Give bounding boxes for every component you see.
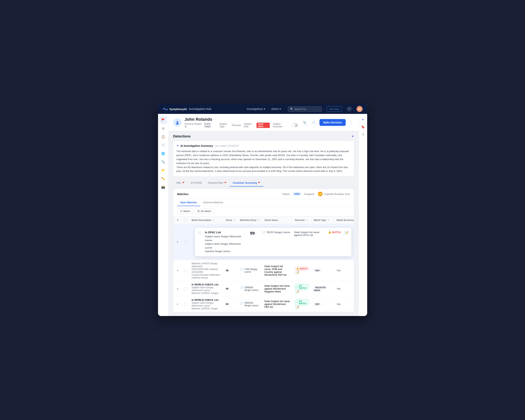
notes-icon-row2[interactable]: 📝 [295,271,299,274]
row2-expand-button[interactable]: ▾ [176,269,179,272]
search-bar[interactable]: 🔍 Search for... [288,106,322,112]
get-next-button[interactable]: Get Next [327,106,342,112]
row3-score-cell: 95 [224,281,238,296]
desc-filter-icon[interactable]: ▼ [213,219,215,221]
make-decision-button[interactable]: Make Decision [319,119,346,126]
select-all-checkbox[interactable] [184,219,187,222]
expanded-card-row1: 📄 In OFAC List Subject name Sergey Vikto… [195,228,352,256]
row4-expand-button[interactable]: ▾ [176,302,179,306]
expanded-desc: In OFAC List Subject name Sergey Viktoro… [205,231,243,253]
subject-type: Subject Type: Personal [219,123,241,128]
col-type-header[interactable]: Match Type ▼ [311,216,334,224]
row3-watchlist-cell: 📄 2090645 Sergei Lavrov [238,281,262,296]
sub-tab-historical[interactable]: Historical Matches [200,199,226,206]
outcome-filter-icon[interactable]: ▼ [306,219,308,221]
matches-table: ▾ Match Description ▼ [173,216,354,312]
row3-outcome-badge: ✓ NO MATCH [295,284,309,290]
row3-checkbox[interactable] [184,287,187,290]
row1-expand-button[interactable]: ▾ [176,240,179,244]
col-outcome-header[interactable]: Outcome ▼ [292,216,311,224]
sidebar-item-grid[interactable]: ⊞ [159,124,167,132]
subject-header: John Rolands Personal Subject ID: CUST-T… [169,114,359,131]
no-match-button[interactable]: ☒ No Match [195,208,214,214]
sidebar-item-list[interactable]: 📋 [159,133,167,140]
col-watchlist-header[interactable]: Watchlist Entry ▼ [238,216,262,224]
row4-checkbox[interactable] [184,303,187,306]
sidebar-item-folder[interactable]: 📁 [159,166,167,174]
help-icon[interactable]: ? [347,106,352,112]
tab-customer-screening[interactable]: Customer Screening 🚩 [230,179,263,187]
row1-desc-cell: 📄 In OFAC List Subject name Sergey Vikto… [189,224,354,260]
row2-watchlist: 📄 1780 Sergey Lavrov [240,268,260,273]
row3-desc: In WORLD CHECK List Subject name Sergey … [192,283,221,295]
detections-header-icons: ✦ [351,134,354,138]
overview-toggle[interactable] [292,123,298,127]
watchlist-filter-icon[interactable]: ▼ [258,219,260,221]
notes-icon-row3[interactable]: 📝 [295,290,299,293]
row1-expand-cell[interactable]: ▾ [173,224,182,260]
sparkle-right-icon[interactable]: ✦ [361,117,365,122]
attachment-button[interactable]: 📎 [301,119,308,126]
list-right-icon[interactable]: ☰ [361,132,365,137]
sidebar-item-flag[interactable]: 🚩 [159,116,167,124]
row4-expand-cell[interactable]: ▾ [173,296,182,312]
tab-kyc[interactable]: KYC/CDD [188,179,205,187]
row3-expand-button[interactable]: ▾ [176,287,179,291]
bookmark-right-icon[interactable]: 🔖 [360,124,366,130]
sidebar-item-archive[interactable]: 🗃️ [159,183,167,191]
sub-tab-open[interactable]: Open Matches [177,199,200,206]
more-options-button[interactable]: ⋮ [348,119,354,125]
hub-label: Investigation Hub [189,107,211,111]
col-check-header: Check Name [262,216,292,224]
row2-expand-cell[interactable]: ▾ [173,260,182,281]
match-button[interactable]: ☑ Match [177,208,193,214]
ai-summary-header: ✦ AI Investigation Summary Last update 2… [177,144,351,148]
row2-doc-icon: 📄 [240,268,243,271]
user-avatar[interactable]: JR [356,106,363,112]
matches-table-container: ▾ Match Description ▼ [173,216,354,312]
row3-watchlist: 📄 2090645 Sergei Lavrov [240,286,260,291]
search-icon: 🔍 [290,108,293,111]
tab-payment-risk[interactable]: Payment Risk 🚩 [205,179,230,187]
row2-checkbox[interactable] [184,269,187,272]
notes-icon-row4[interactable]: 📝 [295,306,299,309]
expanded-doc-icon: 📄 [198,231,201,234]
nav-investigations[interactable]: Investigations ▾ [244,106,268,112]
sidebar-item-globe[interactable]: 🌐 [159,150,167,157]
matches-section: Matches Status: NEW Assignee: LB Leopold… [173,189,354,312]
notes-icon-row1[interactable]: 📝 [345,231,348,234]
right-panel-icons: ✦ 🔖 ☰ [359,114,367,316]
subject-avatar [173,118,182,127]
sidebar: 🚩 ⊞ 📋 📄 🌐 🔍 📁 ✏️ 🗃️ [158,114,169,316]
ai-summary-text: The retrieved data is related to a custo… [177,149,351,173]
table-row: ▾ Matches LAVROV,Sergey ViktorovichDOB 2… [173,260,354,281]
sidebar-item-write[interactable]: ✏️ [159,175,167,182]
matches-title: Matches [177,192,189,196]
score-filter-icon[interactable]: ▼ [234,219,235,221]
col-score-header[interactable]: Score ▼ [224,216,238,224]
type-filter-icon[interactable]: ▼ [328,219,329,221]
col-expand-header: ▾ [173,216,182,224]
tab-aml[interactable]: AML 🚩 [173,179,188,187]
row4-doc-icon: 📄 [240,302,243,305]
row1-checkbox-cell [182,224,189,260]
nav-admin[interactable]: Admin ▾ [269,106,283,112]
risk-badge: VERY HIGH [256,123,270,128]
row1-checkbox[interactable] [184,241,187,243]
row3-expand-cell[interactable]: ▾ [173,281,182,296]
row3-type-cell: NEGATIVE NEWS [311,281,334,296]
sidebar-item-doc[interactable]: 📄 [159,141,167,149]
sidebar-item-search[interactable]: 🔍 [159,158,167,166]
row3-check-cell: Delta Subject full name against Worldche… [262,281,292,296]
nav-links: Investigations ▾ Admin ▾ [244,106,283,112]
detections-header: Detections ✦ [173,131,354,141]
detections-area: Detections ✦ ✦ AI Investigation Summary … [169,131,359,316]
col-desc-header[interactable]: Match Description ▼ [189,216,224,224]
row3-check-icon: ✓ [296,286,298,288]
expand-all-button[interactable]: ▾ [176,218,179,222]
subject-actions: 📎 📄 Make Decision ⋮ [301,119,354,126]
row2-type-cell: PEP [311,260,334,281]
expanded-outcome: ⚠️ MATCH [328,231,341,234]
document-button[interactable]: 📄 [310,119,317,126]
brand-logo [163,107,168,111]
